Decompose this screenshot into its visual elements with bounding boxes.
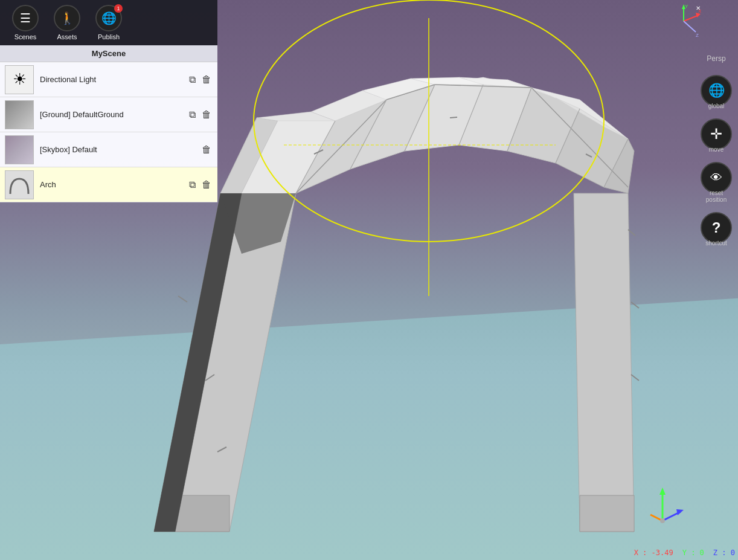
shortcut-label: shortcut [705,240,727,246]
move-label: move [709,146,724,153]
svg-text:Z: Z [696,33,699,38]
toolbar: ☰ Scenes 🚶 Assets 🌐 1 Publish [0,0,217,45]
svg-point-55 [660,518,665,523]
move-button[interactable]: ✛ [701,118,732,150]
item-actions-arch: ⧉ 🗑 [188,178,213,191]
publish-icon: 🌐 [101,11,117,25]
item-thumb-arch [5,170,34,199]
item-name-arch: Arch [40,180,188,189]
assets-label: Assets [57,33,77,40]
transform-gizmo [641,481,690,530]
item-name-ground: [Ground] DefaultGround [40,110,188,119]
global-group: 🌐 global [701,75,732,109]
svg-line-59 [684,15,699,21]
axis-indicator: Y X Z ✕ [666,3,702,39]
y-coord: Y : 0 [682,549,704,557]
item-thumb-ground [5,100,34,129]
item-actions-ground: ⧉ 🗑 [188,108,213,121]
scene-item-ground[interactable]: [Ground] DefaultGround ⧉ 🗑 [0,97,217,132]
scene-item-skybox[interactable]: [Skybox] Default 🗑 [0,132,217,167]
delete-button-arch[interactable]: 🗑 [201,178,213,191]
scenes-label: Scenes [14,33,37,40]
publish-label: Publish [98,33,120,40]
shortcut-group: ? shortcut [701,212,732,246]
svg-line-44 [628,230,635,236]
z-coord: Z : 0 [713,549,735,557]
right-toolbar: Persp 🌐 global ✛ move 👁 reset position ?… [701,54,732,246]
svg-line-45 [631,302,639,308]
panel-title: MyScene [0,45,217,62]
svg-marker-4 [580,495,634,532]
svg-marker-1 [175,495,229,532]
svg-marker-3 [574,193,634,532]
item-thumb-light: ☀ [5,65,34,94]
svg-line-62 [684,21,696,32]
shortcut-button[interactable]: ? [701,212,732,243]
move-group: ✛ move [701,118,732,153]
assets-button[interactable]: 🚶 Assets [48,2,86,43]
item-actions-light: ⧉ 🗑 [188,73,213,86]
reset-position-group: 👁 reset position [701,162,732,203]
persp-label: Persp [707,54,725,63]
scenes-icon: ☰ [20,11,31,25]
scene-item-directional-light[interactable]: ☀ Directional Light ⧉ 🗑 [0,62,217,97]
svg-line-42 [450,117,457,118]
global-button[interactable]: 🌐 [701,75,732,106]
delete-button-skybox[interactable]: 🗑 [201,143,213,156]
copy-button-ground[interactable]: ⧉ [188,108,197,121]
assets-icon: 🚶 [60,11,75,25]
scene-panel: MyScene ☀ Directional Light ⧉ 🗑 [Ground]… [0,45,217,202]
item-name-skybox: [Skybox] Default [40,145,201,154]
svg-marker-51 [659,488,666,495]
svg-line-47 [178,296,187,302]
coords-display: X : -3.49 Y : 0 Z : 0 [634,549,735,557]
publish-badge: 1 [114,4,123,13]
delete-button-light[interactable]: 🗑 [201,73,213,86]
svg-marker-53 [676,509,684,515]
scene-item-arch[interactable]: Arch ⧉ 🗑 [0,167,217,202]
copy-button-light[interactable]: ⧉ [188,73,197,86]
item-thumb-skybox [5,135,34,164]
copy-button-arch[interactable]: ⧉ [188,178,197,191]
item-name-directional-light: Directional Light [40,75,188,84]
scenes-button[interactable]: ☰ Scenes [6,2,45,43]
global-label: global [708,103,725,109]
x-coord: X : -3.49 [634,549,673,557]
publish-button[interactable]: 🌐 1 Publish [89,2,128,43]
svg-text:Y: Y [685,4,688,9]
svg-text:✕: ✕ [696,5,701,11]
svg-line-46 [631,375,639,381]
reset-position-label: reset position [706,190,727,203]
item-actions-skybox: 🗑 [201,143,213,156]
reset-position-button[interactable]: 👁 [701,162,732,193]
delete-button-ground[interactable]: 🗑 [201,108,213,121]
